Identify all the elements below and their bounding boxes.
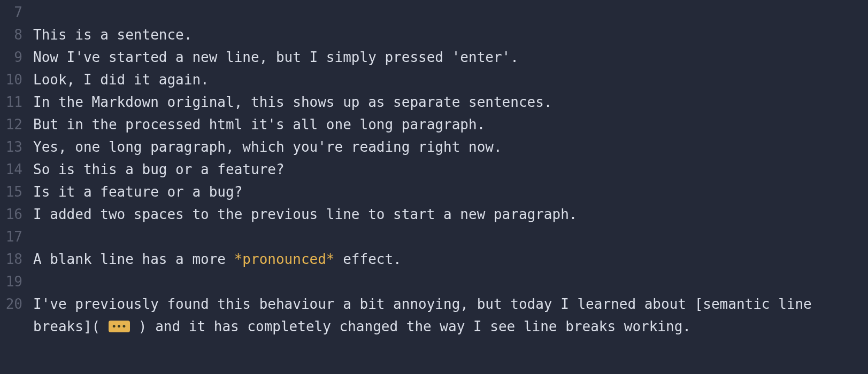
line-number: 10 (0, 68, 33, 91)
markdown-link-paren: ) (139, 318, 147, 334)
editor-line[interactable]: 9Now I've started a new line, but I simp… (0, 46, 868, 68)
markdown-link-paren: ( (92, 318, 101, 334)
code-text: Now I've started a new line, but I simpl… (33, 49, 519, 65)
line-content[interactable] (33, 225, 868, 248)
line-content[interactable]: Look, I did it again. (33, 68, 868, 91)
editor-line[interactable]: 19 (0, 270, 868, 293)
line-content[interactable]: But in the processed html it's all one l… (33, 113, 868, 136)
editor-line[interactable]: 11In the Markdown original, this shows u… (0, 91, 868, 113)
code-text: Yes, one long paragraph, which you're re… (33, 139, 502, 155)
code-editor[interactable]: 7 8This is a sentence.9Now I've started … (0, 0, 868, 338)
code-text: This is a sentence. (33, 27, 192, 43)
editor-line[interactable]: 15Is it a feature or a bug? (0, 181, 868, 203)
line-number: 15 (0, 181, 33, 203)
code-text: and it has completely changed the way I … (147, 318, 691, 334)
line-content[interactable] (33, 1, 868, 24)
editor-line[interactable]: 10Look, I did it again. (0, 68, 868, 91)
line-number: 13 (0, 136, 33, 158)
editor-line[interactable]: 20I've previously found this behaviour a… (0, 293, 868, 338)
line-content[interactable]: Now I've started a new line, but I simpl… (33, 46, 868, 68)
code-text: effect. (335, 251, 402, 267)
editor-line[interactable]: 14So is this a bug or a feature? (0, 158, 868, 181)
editor-line[interactable]: 7 (0, 1, 868, 24)
code-text: A blank line has a more (33, 251, 234, 267)
line-content[interactable]: This is a sentence. (33, 24, 868, 46)
line-number: 18 (0, 248, 33, 270)
line-number: 16 (0, 203, 33, 225)
editor-line[interactable]: 8This is a sentence. (0, 24, 868, 46)
editor-line[interactable]: 13Yes, one long paragraph, which you're … (0, 136, 868, 158)
line-number: 17 (0, 225, 33, 248)
line-content[interactable]: Is it a feature or a bug? (33, 181, 868, 203)
line-content[interactable] (33, 270, 868, 293)
editor-line[interactable]: 17 (0, 225, 868, 248)
code-text: Look, I did it again. (33, 72, 209, 88)
line-content[interactable]: A blank line has a more *pronounced* eff… (33, 248, 868, 270)
line-content[interactable]: Yes, one long paragraph, which you're re… (33, 136, 868, 158)
markdown-link-bracket: ] (83, 318, 92, 334)
editor-line[interactable]: 12But in the processed html it's all one… (0, 113, 868, 136)
line-number: 7 (0, 1, 33, 24)
line-content[interactable]: I've previously found this behaviour a b… (33, 293, 868, 338)
line-number: 9 (0, 46, 33, 68)
code-text: So is this a bug or a feature? (33, 161, 285, 177)
code-text: In the Markdown original, this shows up … (33, 94, 552, 110)
line-number: 11 (0, 91, 33, 113)
line-number: 19 (0, 270, 33, 293)
line-number: 12 (0, 113, 33, 136)
line-number: 20 (0, 293, 33, 315)
collapsed-url-icon[interactable]: ••• (109, 321, 130, 332)
line-content[interactable]: I added two spaces to the previous line … (33, 203, 868, 225)
code-text: I've previously found this behaviour a b… (33, 296, 695, 312)
editor-line[interactable]: 18A blank line has a more *pronounced* e… (0, 248, 868, 270)
markdown-link-bracket: [ (695, 296, 703, 312)
line-content[interactable]: In the Markdown original, this shows up … (33, 91, 868, 113)
line-number: 14 (0, 158, 33, 181)
editor-line[interactable]: 16I added two spaces to the previous lin… (0, 203, 868, 225)
line-number: 8 (0, 24, 33, 46)
code-text: I added two spaces to the previous line … (33, 206, 577, 222)
code-text: But in the processed html it's all one l… (33, 116, 485, 133)
code-text: Is it a feature or a bug? (33, 184, 242, 200)
line-content[interactable]: So is this a bug or a feature? (33, 158, 868, 181)
markdown-emphasis: *pronounced* (234, 251, 335, 267)
